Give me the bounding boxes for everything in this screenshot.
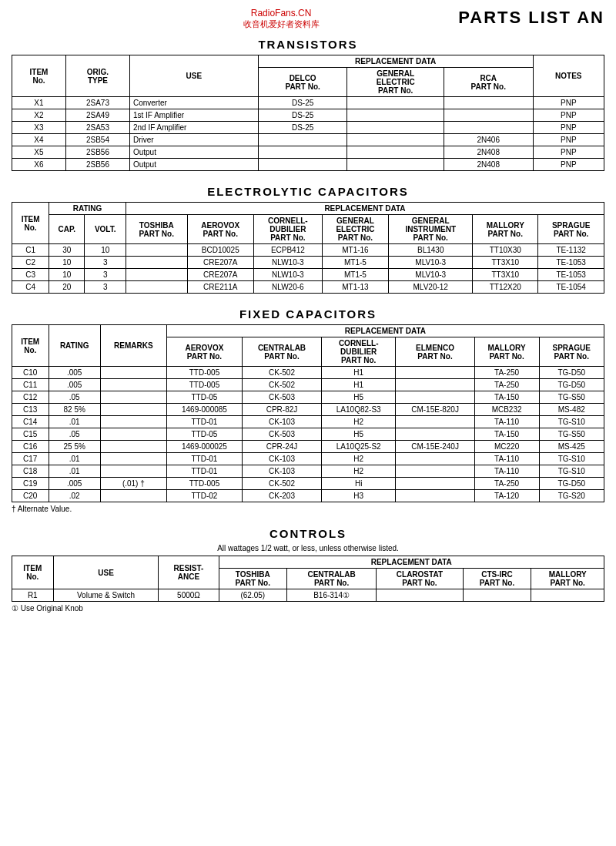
elmenco xyxy=(396,428,474,441)
table-row: C13 82 5% 1469-000085 CPR-82J LA10Q82-S3… xyxy=(12,404,604,416)
cornell: H2 xyxy=(321,465,396,478)
th-sprague-f: SPRAGUEPART No. xyxy=(539,337,604,367)
electrolytic-title: ELECTROLYTIC CAPACITORS xyxy=(12,185,604,198)
centralab: CK-103 xyxy=(243,465,322,478)
table-row: C10 .005 TTD-005 CK-502 H1 TA-250 TG-D50 xyxy=(12,367,604,379)
sprague: TE-1053 xyxy=(538,269,604,281)
sprague: TG-D50 xyxy=(539,379,604,391)
elmenco xyxy=(396,490,474,502)
th-sprague-e: SPRAGUEPART No. xyxy=(538,215,604,244)
fixed-cap-title: FIXED CAPACITORS xyxy=(12,307,604,321)
delco xyxy=(258,159,347,171)
cornell: LA10Q82-S3 xyxy=(321,404,396,416)
table-row: C12 .05 TTD-05 CK-503 H5 TA-150 TG-S50 xyxy=(12,391,604,404)
remarks xyxy=(100,490,166,502)
table-row: C3 10 3 CRE207A NLW10-3 MT1-5 MLV10-3 TT… xyxy=(12,269,604,281)
rca xyxy=(444,97,533,109)
item-no: X6 xyxy=(12,159,66,171)
item-no: C10 xyxy=(12,367,49,379)
rca: 2N408 xyxy=(444,146,533,159)
cap: 10 xyxy=(49,257,85,269)
mallory: MC220 xyxy=(474,441,539,453)
aerovox: BCD10025 xyxy=(187,244,253,257)
th-rca: RCAPART No. xyxy=(444,68,533,97)
item-no: C1 xyxy=(12,244,49,257)
centralab: CK-502 xyxy=(243,478,322,490)
sprague: MS-425 xyxy=(539,441,604,453)
notes: PNP xyxy=(533,159,604,171)
cornell: H3 xyxy=(321,490,396,502)
notes: PNP xyxy=(533,122,604,134)
site-info: RadioFans.CN 收音机爱好者资料库 xyxy=(243,8,320,30)
resistance: 5000Ω xyxy=(159,589,219,602)
controls-footnote: ① Use Original Knob xyxy=(12,604,604,613)
toshiba xyxy=(126,244,187,257)
table-row: X4 2SB54 Driver 2N406 PNP xyxy=(12,134,604,146)
site-name: RadioFans.CN xyxy=(243,8,320,18)
th-centralab-f: CENTRALABPART No. xyxy=(243,337,322,367)
sprague: TG-S50 xyxy=(539,428,604,441)
item-no: C12 xyxy=(12,391,49,404)
table-row: C11 .005 TTD-005 CK-502 H1 TA-250 TG-D50 xyxy=(12,379,604,391)
mallory: TT3X10 xyxy=(473,269,538,281)
th-replacement-c: REPLACEMENT DATA xyxy=(219,556,604,569)
elmenco xyxy=(396,367,474,379)
rca xyxy=(444,109,533,122)
table-row: C4 20 3 CRE211A NLW20-6 MT1-13 MLV20-12 … xyxy=(12,281,604,294)
th-item-no-f: ITEMNo. xyxy=(12,325,49,367)
header: RadioFans.CN 收音机爱好者资料库 PARTS LIST AN xyxy=(12,8,604,30)
remarks xyxy=(100,441,166,453)
item-no: X4 xyxy=(12,134,66,146)
sprague: TG-D50 xyxy=(539,367,604,379)
cornell: H5 xyxy=(321,391,396,404)
centralab: CK-502 xyxy=(243,379,322,391)
electrolytic-table: ITEMNo. RATING REPLACEMENT DATA CAP. VOL… xyxy=(12,202,604,294)
mallory: TT3X10 xyxy=(473,257,538,269)
th-mallory-e: MALLORYPART No. xyxy=(473,215,538,244)
remarks xyxy=(100,465,166,478)
centralab: CK-503 xyxy=(243,391,322,404)
cornell: H5 xyxy=(321,428,396,441)
table-row: C16 25 5% 1469-000025 CPR-24J LA10Q25-S2… xyxy=(12,441,604,453)
th-toshiba-c: TOSHIBAPART No. xyxy=(219,569,287,589)
ge xyxy=(347,146,444,159)
rca xyxy=(444,122,533,134)
item-no: C19 xyxy=(12,478,49,490)
volt: 3 xyxy=(85,269,126,281)
notes: PNP xyxy=(533,146,604,159)
transistors-section: TRANSISTORS ITEMNo. ORIG.TYPE USE REPLAC… xyxy=(12,38,604,171)
th-use: USE xyxy=(129,55,258,97)
aerovox: CRE211A xyxy=(187,281,253,294)
delco: DS-25 xyxy=(258,122,347,134)
sprague: TE-1053 xyxy=(538,257,604,269)
item-no: X3 xyxy=(12,122,66,134)
table-row: C1 30 10 BCD10025 ECPB412 MT1-16 BL1430 … xyxy=(12,244,604,257)
page-title: PARTS LIST AN xyxy=(458,8,604,28)
item-no: C18 xyxy=(12,465,49,478)
th-cap: CAP. xyxy=(49,215,85,244)
table-row: X5 2SB56 Output 2N408 PNP xyxy=(12,146,604,159)
th-item-no: ITEMNo. xyxy=(12,55,66,97)
elmenco xyxy=(396,465,474,478)
delco: DS-25 xyxy=(258,97,347,109)
cornell: NLW10-3 xyxy=(253,269,322,281)
toshiba xyxy=(126,269,187,281)
volt: 10 xyxy=(85,244,126,257)
remarks xyxy=(100,404,166,416)
ge: MT1-5 xyxy=(322,257,388,269)
clarostat xyxy=(377,589,464,602)
remarks: (.01) † xyxy=(100,478,166,490)
rating: .005 xyxy=(49,478,100,490)
elmenco: CM-15E-240J xyxy=(396,441,474,453)
aerovox: TTD-01 xyxy=(166,453,242,465)
th-clarostat-c: CLAROSTATPART No. xyxy=(377,569,464,589)
table-row: C17 .01 TTD-01 CK-103 H2 TA-110 TG-S10 xyxy=(12,453,604,465)
gi: MLV20-12 xyxy=(389,281,473,294)
th-item-no-c: ITEMNo. xyxy=(12,556,54,589)
mallory: TA-110 xyxy=(474,453,539,465)
item-no: C20 xyxy=(12,490,49,502)
item-no: C2 xyxy=(12,257,49,269)
mallory: TA-150 xyxy=(474,428,539,441)
table-row: C2 10 3 CRE207A NLW10-3 MT1-5 MLV10-3 TT… xyxy=(12,257,604,269)
rating: .05 xyxy=(49,391,100,404)
